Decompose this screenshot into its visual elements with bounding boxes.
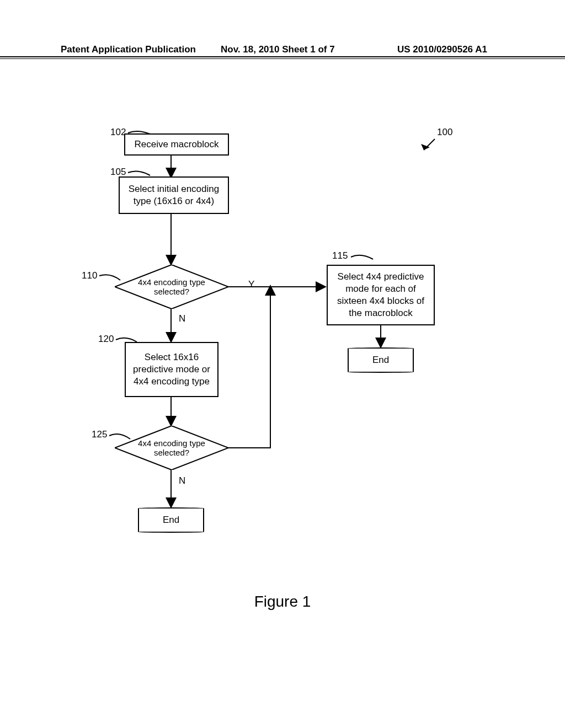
header-rule-thin	[0, 58, 565, 59]
end-right: End	[348, 347, 414, 373]
step-102-receive-macroblock: Receive macroblock	[124, 133, 229, 156]
step-115-select-4x4-predictive: Select 4x4 predictive mode for each of s…	[327, 265, 435, 325]
step-102-text: Receive macroblock	[134, 138, 218, 151]
end-left: End	[138, 507, 204, 533]
header-right: US 2010/0290526 A1	[397, 44, 487, 55]
header-center: Nov. 18, 2010 Sheet 1 of 7	[221, 44, 335, 55]
step-105-select-initial-encoding: Select initial encoding type (16x16 or 4…	[119, 176, 229, 214]
ref-110: 110	[82, 270, 97, 281]
branch-110-yes: Y	[248, 279, 254, 290]
decision-125-4x4-selected: 4x4 encoding type selected?	[115, 426, 228, 470]
step-115-text: Select 4x4 predictive mode for each of s…	[337, 271, 424, 319]
flowchart-100: 102 105 110 120 125 115 100 Receive macr…	[0, 105, 565, 629]
end-right-text: End	[372, 355, 389, 366]
step-120-select-16x16-or-4x4: Select 16x16 predictive mode or 4x4 enco…	[125, 342, 218, 397]
decision-110-4x4-selected: 4x4 encoding type selected?	[115, 265, 228, 309]
ref-115: 115	[332, 250, 348, 261]
branch-110-no: N	[179, 313, 185, 324]
decision-125-text: 4x4 encoding type selected?	[138, 438, 205, 458]
step-120-text: Select 16x16 predictive mode or 4x4 enco…	[133, 351, 210, 388]
ref-100: 100	[437, 127, 452, 138]
header-left: Patent Application Publication	[61, 44, 196, 55]
ref-120: 120	[98, 334, 114, 345]
step-105-text: Select initial encoding type (16x16 or 4…	[129, 183, 219, 207]
ref-125: 125	[92, 429, 107, 440]
svg-line-7	[424, 139, 435, 150]
ref-105: 105	[110, 167, 126, 178]
decision-110-text: 4x4 encoding type selected?	[138, 277, 205, 297]
figure-caption: Figure 1	[0, 593, 565, 611]
end-left-text: End	[163, 515, 179, 526]
connector-lines	[0, 105, 565, 629]
header-rule-thick	[0, 56, 565, 57]
branch-125-no: N	[179, 475, 185, 486]
